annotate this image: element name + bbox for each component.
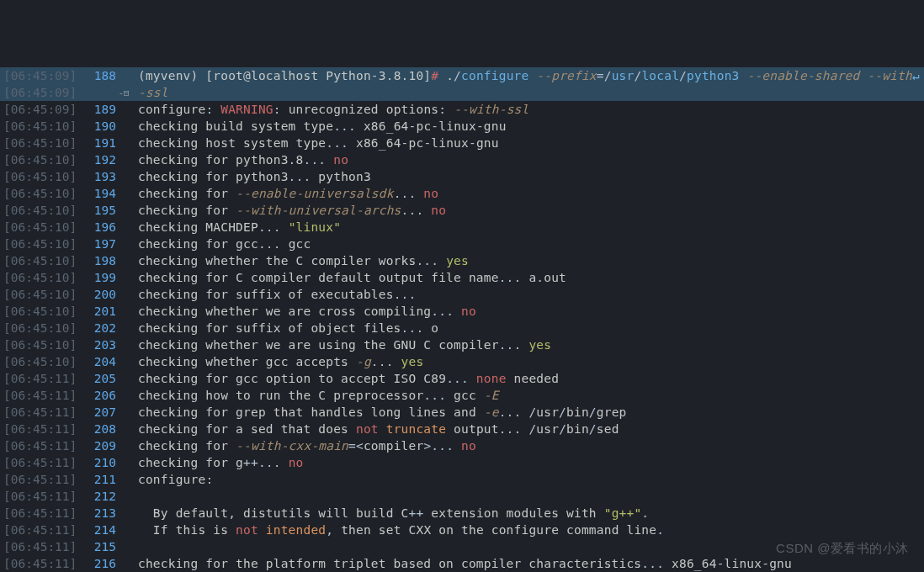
fold-gutter[interactable]: -⊟	[116, 83, 131, 102]
line-text[interactable]: checking for --with-cxx-main=<compiler>.…	[131, 437, 924, 454]
log-line[interactable]: [06:45:10]200checking for suffix of exec…	[0, 286, 924, 303]
line-text[interactable]: checking how to run the C preprocessor..…	[131, 387, 924, 404]
timestamp: [06:45:11]	[0, 505, 82, 522]
line-text[interactable]: checking whether we are cross compiling.…	[131, 303, 924, 320]
log-line[interactable]: [06:45:11]213 By default, distutils will…	[0, 505, 924, 522]
timestamp: [06:45:10]	[0, 219, 82, 236]
line-text[interactable]: checking MACHDEP... "linux"	[131, 219, 924, 236]
line-text[interactable]: checking build system type... x86_64-pc-…	[131, 118, 924, 135]
log-line[interactable]: [06:45:09]188(myvenv) [root@localhost Py…	[0, 67, 924, 84]
line-number: 199	[82, 269, 116, 286]
log-line[interactable]: [06:45:11]216checking for the platform t…	[0, 555, 924, 572]
line-text[interactable]: checking for --enable-universalsdk... no	[131, 185, 924, 202]
line-number: 200	[82, 286, 116, 303]
line-number: 195	[82, 202, 116, 219]
line-number: 197	[82, 236, 116, 252]
log-editor[interactable]: [06:45:09]188(myvenv) [root@localhost Py…	[0, 67, 924, 572]
line-number: 193	[82, 168, 116, 185]
timestamp: [06:45:11]	[0, 538, 82, 555]
log-line[interactable]: [06:45:10]193checking for python3... pyt…	[0, 168, 924, 185]
timestamp: [06:45:09]	[0, 101, 82, 118]
line-number: 194	[82, 185, 116, 202]
log-line[interactable]: [06:45:10]202checking for suffix of obje…	[0, 320, 924, 336]
timestamp: [06:45:11]	[0, 370, 82, 387]
line-text[interactable]: checking whether we are using the GNU C …	[131, 336, 924, 353]
timestamp: [06:45:11]	[0, 404, 82, 421]
log-line[interactable]: [06:45:10]204checking whether gcc accept…	[0, 353, 924, 370]
line-text[interactable]: checking for a sed that does not truncat…	[131, 421, 924, 437]
log-line[interactable]: [06:45:11]206checking how to run the C p…	[0, 387, 924, 404]
line-number: 208	[82, 421, 116, 437]
timestamp: [06:45:10]	[0, 303, 82, 320]
log-line[interactable]: [06:45:11]211configure:	[0, 471, 924, 488]
timestamp: [06:45:11]	[0, 488, 82, 505]
log-line[interactable]: [06:45:10]196checking MACHDEP... "linux"	[0, 219, 924, 236]
log-line[interactable]: [06:45:10]197checking for gcc... gcc	[0, 236, 924, 252]
line-text[interactable]: checking for suffix of object files... o	[131, 320, 924, 336]
log-line[interactable]: [06:45:09]189configure: WARNING: unrecog…	[0, 101, 924, 118]
log-line[interactable]: [06:45:10]198checking whether the C comp…	[0, 252, 924, 269]
timestamp: [06:45:10]	[0, 185, 82, 202]
fold-icon[interactable]: -⊟	[118, 87, 129, 98]
timestamp: [06:45:09]	[0, 84, 82, 101]
timestamp: [06:45:11]	[0, 555, 82, 572]
timestamp: [06:45:10]	[0, 151, 82, 168]
line-number: 212	[82, 488, 116, 505]
timestamp: [06:45:10]	[0, 202, 82, 219]
line-number: 211	[82, 471, 116, 488]
line-number: 198	[82, 252, 116, 269]
line-number: 202	[82, 320, 116, 336]
log-line[interactable]: [06:45:10]192checking for python3.8... n…	[0, 151, 924, 168]
line-text[interactable]: checking for gcc option to accept ISO C8…	[131, 370, 924, 387]
line-number: 196	[82, 219, 116, 236]
line-number: 216	[82, 555, 116, 572]
log-line[interactable]: [06:45:10]191checking host system type..…	[0, 135, 924, 151]
line-text[interactable]: checking for C compiler default output f…	[131, 269, 924, 286]
line-text[interactable]: checking for --with-universal-archs... n…	[131, 202, 924, 219]
line-text[interactable]: (myvenv) [root@localhost Python-3.8.10]#…	[131, 67, 924, 84]
log-line[interactable]: [06:45:10]195checking for --with-univers…	[0, 202, 924, 219]
line-number: 192	[82, 151, 116, 168]
log-line[interactable]: [06:45:11]207checking for grep that hand…	[0, 404, 924, 421]
log-line[interactable]: [06:45:10]203checking whether we are usi…	[0, 336, 924, 353]
line-text[interactable]: -ssl	[131, 84, 924, 101]
line-text[interactable]: checking for suffix of executables...	[131, 286, 924, 303]
log-line[interactable]: [06:45:11]214 If this is not intended, t…	[0, 522, 924, 538]
timestamp: [06:45:10]	[0, 168, 82, 185]
timestamp: [06:45:10]	[0, 353, 82, 370]
log-line[interactable]: [06:45:10]190checking build system type.…	[0, 118, 924, 135]
timestamp: [06:45:11]	[0, 454, 82, 471]
log-line[interactable]: [06:45:09]-⊟-ssl	[0, 84, 924, 101]
timestamp: [06:45:10]	[0, 286, 82, 303]
line-text[interactable]: checking for python3.8... no	[131, 151, 924, 168]
timestamp: [06:45:11]	[0, 522, 82, 538]
line-number: 213	[82, 505, 116, 522]
log-line[interactable]: [06:45:11]208checking for a sed that doe…	[0, 421, 924, 437]
log-line[interactable]: [06:45:10]194checking for --enable-unive…	[0, 185, 924, 202]
log-line[interactable]: [06:45:11]209checking for --with-cxx-mai…	[0, 437, 924, 454]
line-text[interactable]: By default, distutils will build C++ ext…	[131, 505, 924, 522]
timestamp: [06:45:10]	[0, 135, 82, 151]
line-text[interactable]: checking for python3... python3	[131, 168, 924, 185]
line-number: 190	[82, 118, 116, 135]
line-number: 210	[82, 454, 116, 471]
line-text[interactable]: checking for g++... no	[131, 454, 924, 471]
log-line[interactable]: [06:45:10]199checking for C compiler def…	[0, 269, 924, 286]
line-text[interactable]: checking whether the C compiler works...…	[131, 252, 924, 269]
log-line[interactable]: [06:45:11]210checking for g++... no	[0, 454, 924, 471]
line-text[interactable]: checking host system type... x86_64-pc-l…	[131, 135, 924, 151]
line-text[interactable]: checking for the platform triplet based …	[131, 555, 924, 572]
log-line[interactable]: [06:45:11]212	[0, 488, 924, 505]
line-text[interactable]: checking whether gcc accepts -g... yes	[131, 353, 924, 370]
line-text[interactable]: checking for grep that handles long line…	[131, 404, 924, 421]
log-line[interactable]: [06:45:10]201checking whether we are cro…	[0, 303, 924, 320]
log-line[interactable]: [06:45:11]205checking for gcc option to …	[0, 370, 924, 387]
line-text[interactable]: checking for gcc... gcc	[131, 236, 924, 252]
line-number: 214	[82, 522, 116, 538]
timestamp: [06:45:10]	[0, 236, 82, 252]
line-text[interactable]: If this is not intended, then set CXX on…	[131, 522, 924, 538]
line-text[interactable]: configure:	[131, 471, 924, 488]
line-text[interactable]: configure: WARNING: unrecognized options…	[131, 101, 924, 118]
timestamp: [06:45:10]	[0, 320, 82, 336]
line-number: 188	[82, 67, 116, 84]
